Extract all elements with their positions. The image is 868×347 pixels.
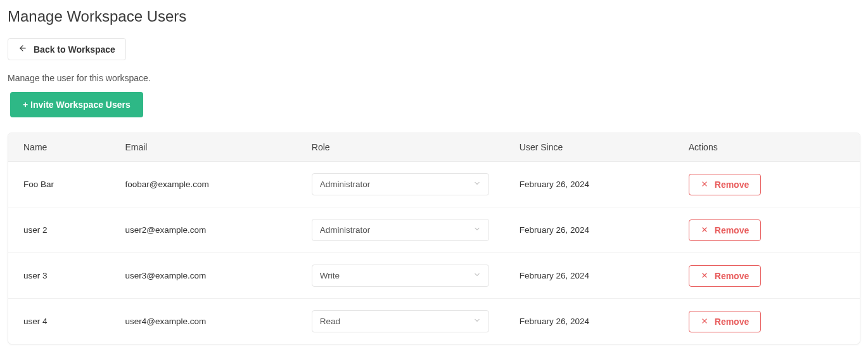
close-icon bbox=[701, 271, 708, 281]
column-header-since: User Since bbox=[504, 133, 673, 162]
role-select[interactable]: Administrator bbox=[312, 219, 489, 241]
column-header-name: Name bbox=[8, 133, 110, 162]
cell-name: Foo Bar bbox=[8, 162, 110, 207]
users-table-container: Name Email Role User Since Actions Foo B… bbox=[8, 133, 860, 344]
cell-user-since: February 26, 2024 bbox=[504, 207, 673, 253]
role-select-value: Read bbox=[320, 317, 340, 326]
cell-email: user3@example.com bbox=[110, 253, 296, 299]
cell-user-since: February 26, 2024 bbox=[504, 162, 673, 207]
chevron-down-icon bbox=[473, 317, 481, 326]
role-select-value: Administrator bbox=[320, 225, 371, 235]
invite-workspace-users-button[interactable]: + Invite Workspace Users bbox=[10, 92, 143, 117]
column-header-actions: Actions bbox=[673, 133, 860, 162]
role-select[interactable]: Read bbox=[312, 310, 489, 332]
back-to-workspace-button[interactable]: Back to Workspace bbox=[8, 38, 126, 60]
chevron-down-icon bbox=[473, 180, 481, 189]
remove-button[interactable]: Remove bbox=[689, 174, 761, 195]
remove-button[interactable]: Remove bbox=[689, 311, 761, 332]
table-row: Foo Barfoobar@example.comAdministratorFe… bbox=[8, 162, 860, 207]
remove-button[interactable]: Remove bbox=[689, 265, 761, 287]
table-row: user 4user4@example.comReadFebruary 26, … bbox=[8, 299, 860, 344]
cell-actions: Remove bbox=[673, 253, 860, 299]
chevron-down-icon bbox=[473, 225, 481, 235]
arrow-left-icon bbox=[18, 44, 27, 55]
remove-button[interactable]: Remove bbox=[689, 219, 761, 241]
role-select-value: Administrator bbox=[320, 180, 371, 189]
cell-email: foobar@example.com bbox=[110, 162, 296, 207]
cell-actions: Remove bbox=[673, 207, 860, 253]
back-button-label: Back to Workspace bbox=[34, 44, 115, 55]
column-header-email: Email bbox=[110, 133, 296, 162]
cell-role: Administrator bbox=[297, 207, 504, 253]
role-select[interactable]: Write bbox=[312, 265, 489, 287]
cell-role: Read bbox=[297, 299, 504, 344]
role-select-value: Write bbox=[320, 271, 340, 280]
close-icon bbox=[701, 180, 708, 190]
page-title: Manage Workspace Users bbox=[8, 8, 860, 25]
close-icon bbox=[701, 317, 708, 327]
cell-role: Administrator bbox=[297, 162, 504, 207]
cell-user-since: February 26, 2024 bbox=[504, 299, 673, 344]
cell-name: user 4 bbox=[8, 299, 110, 344]
remove-button-label: Remove bbox=[715, 271, 749, 281]
cell-name: user 3 bbox=[8, 253, 110, 299]
table-row: user 2user2@example.comAdministratorFebr… bbox=[8, 207, 860, 253]
remove-button-label: Remove bbox=[715, 317, 749, 327]
page-subtitle: Manage the user for this workspace. bbox=[8, 73, 860, 83]
cell-email: user4@example.com bbox=[110, 299, 296, 344]
cell-name: user 2 bbox=[8, 207, 110, 253]
cell-actions: Remove bbox=[673, 299, 860, 344]
users-table: Name Email Role User Since Actions Foo B… bbox=[8, 133, 860, 344]
cell-email: user2@example.com bbox=[110, 207, 296, 253]
column-header-role: Role bbox=[297, 133, 504, 162]
remove-button-label: Remove bbox=[715, 180, 749, 190]
close-icon bbox=[701, 225, 708, 235]
cell-actions: Remove bbox=[673, 162, 860, 207]
remove-button-label: Remove bbox=[715, 225, 749, 235]
chevron-down-icon bbox=[473, 271, 481, 280]
cell-role: Write bbox=[297, 253, 504, 299]
role-select[interactable]: Administrator bbox=[312, 173, 489, 195]
cell-user-since: February 26, 2024 bbox=[504, 253, 673, 299]
table-row: user 3user3@example.comWriteFebruary 26,… bbox=[8, 253, 860, 299]
